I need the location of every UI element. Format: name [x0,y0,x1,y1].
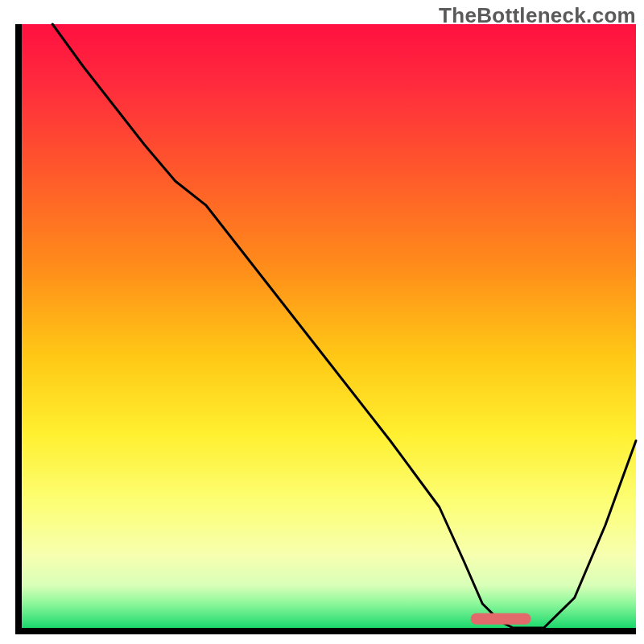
gradient-background [22,24,636,628]
bottleneck-chart: TheBottleneck.com [0,0,644,644]
plot-svg [0,0,644,644]
y-axis [15,24,22,634]
watermark-text: TheBottleneck.com [439,3,636,28]
